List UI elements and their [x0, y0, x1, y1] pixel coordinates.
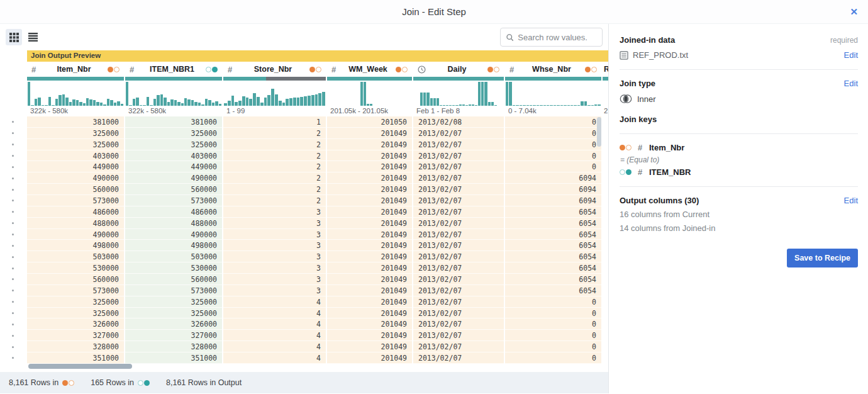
table-cell[interactable]: 6054: [505, 240, 601, 251]
table-cell[interactable]: 4: [223, 352, 326, 364]
row-marker[interactable]: [0, 274, 27, 285]
table-cell[interactable]: 2013/02/07: [413, 352, 504, 364]
row-marker[interactable]: [0, 184, 27, 195]
table-cell[interactable]: 0: [505, 139, 601, 150]
table-cell[interactable]: 325000: [125, 128, 222, 139]
table-cell[interactable]: 3: [223, 274, 326, 285]
table-cell[interactable]: 0: [505, 330, 601, 341]
table-cell[interactable]: 490000: [125, 229, 222, 240]
table-cell[interactable]: 2: [223, 172, 326, 184]
column-histogram[interactable]: [327, 81, 412, 106]
table-cell[interactable]: 201049: [327, 184, 412, 195]
table-cell[interactable]: 6094: [505, 172, 601, 184]
table-cell[interactable]: 2013/02/07: [413, 240, 504, 251]
table-cell[interactable]: 2013/02/07: [413, 184, 504, 195]
table-cell[interactable]: 201049: [327, 274, 412, 285]
table-cell[interactable]: 381000: [27, 116, 124, 128]
table-cell[interactable]: 2013/02/07: [413, 262, 504, 274]
table-cell[interactable]: 325000: [27, 139, 124, 150]
horizontal-scrollbar-thumb[interactable]: [28, 364, 132, 369]
row-marker[interactable]: [0, 341, 27, 352]
table-cell[interactable]: 201049: [327, 341, 412, 352]
table-cell[interactable]: 449000: [125, 161, 222, 172]
row-marker[interactable]: [0, 229, 27, 240]
table-cell[interactable]: 201049: [327, 308, 412, 319]
table-cell[interactable]: 201049: [327, 206, 412, 218]
search-input[interactable]: [518, 33, 596, 42]
table-cell[interactable]: 2: [223, 184, 326, 195]
column-header-Item_Nbr[interactable]: #Item_Nbr: [27, 62, 124, 77]
column-histogram[interactable]: [125, 81, 222, 106]
table-cell[interactable]: 201049: [327, 139, 412, 150]
table-cell[interactable]: 490000: [27, 172, 124, 184]
table-cell[interactable]: 3: [223, 206, 326, 218]
table-cell[interactable]: 573000: [27, 195, 124, 206]
table-cell[interactable]: 403000: [125, 150, 222, 162]
table-cell[interactable]: 6094: [505, 184, 601, 195]
row-marker[interactable]: [0, 352, 27, 364]
table-cell[interactable]: 201050: [327, 116, 412, 128]
table-cell[interactable]: 201049: [327, 251, 412, 262]
grid-view-button[interactable]: [6, 29, 22, 45]
table-cell[interactable]: 2013/02/07: [413, 206, 504, 218]
table-cell[interactable]: 325000: [27, 296, 124, 308]
table-cell[interactable]: 2013/02/07: [413, 308, 504, 319]
table-cell[interactable]: 201049: [327, 318, 412, 330]
table-cell[interactable]: 2013/02/07: [413, 195, 504, 206]
table-cell[interactable]: 498000: [27, 240, 124, 251]
table-cell[interactable]: 573000: [27, 285, 124, 296]
table-cell[interactable]: 530000: [27, 262, 124, 274]
row-marker[interactable]: [0, 308, 27, 319]
table-cell[interactable]: 530000: [125, 262, 222, 274]
table-cell[interactable]: 6054: [505, 229, 601, 240]
table-cell[interactable]: 560000: [125, 184, 222, 195]
row-marker[interactable]: [0, 195, 27, 206]
table-cell[interactable]: 2: [223, 195, 326, 206]
row-marker[interactable]: [0, 172, 27, 184]
table-cell[interactable]: 381000: [125, 116, 222, 128]
column-histogram[interactable]: [223, 81, 326, 106]
table-cell[interactable]: 2013/02/07: [413, 274, 504, 285]
table-cell[interactable]: 560000: [27, 274, 124, 285]
row-marker[interactable]: [0, 218, 27, 229]
vertical-scrollbar-thumb[interactable]: [597, 117, 601, 147]
row-marker[interactable]: [0, 296, 27, 308]
table-cell[interactable]: 2013/02/07: [413, 330, 504, 341]
table-cell[interactable]: 3: [223, 262, 326, 274]
table-cell[interactable]: 6054: [505, 218, 601, 229]
table-cell[interactable]: 2013/02/07: [413, 172, 504, 184]
table-cell[interactable]: 2013/02/07: [413, 161, 504, 172]
column-header-WM_Week[interactable]: #WM_Week: [327, 62, 412, 77]
row-marker[interactable]: [0, 150, 27, 162]
edit-join-type-link[interactable]: Edit: [844, 79, 858, 88]
row-marker[interactable]: [0, 262, 27, 274]
table-cell[interactable]: 325000: [125, 296, 222, 308]
table-cell[interactable]: 6054: [505, 262, 601, 274]
row-marker[interactable]: [0, 139, 27, 150]
table-cell[interactable]: 4: [223, 341, 326, 352]
table-cell[interactable]: 325000: [27, 128, 124, 139]
table-cell[interactable]: 486000: [27, 206, 124, 218]
table-cell[interactable]: 6054: [505, 274, 601, 285]
table-cell[interactable]: 0: [505, 318, 601, 330]
table-cell[interactable]: 403000: [27, 150, 124, 162]
table-cell[interactable]: 0: [505, 308, 601, 319]
table-cell[interactable]: 490000: [27, 229, 124, 240]
table-cell[interactable]: 201049: [327, 195, 412, 206]
column-header-Daily[interactable]: Daily: [413, 62, 504, 77]
table-cell[interactable]: 2013/02/07: [413, 318, 504, 330]
row-marker[interactable]: [0, 116, 27, 128]
table-cell[interactable]: 490000: [125, 172, 222, 184]
column-histogram[interactable]: [27, 81, 124, 106]
table-cell[interactable]: 201049: [327, 330, 412, 341]
table-cell[interactable]: 2013/02/07: [413, 341, 504, 352]
table-cell[interactable]: 3: [223, 229, 326, 240]
table-cell[interactable]: 503000: [27, 251, 124, 262]
table-cell[interactable]: 573000: [125, 195, 222, 206]
table-cell[interactable]: 3: [223, 218, 326, 229]
table-cell[interactable]: 0: [505, 128, 601, 139]
row-marker[interactable]: [0, 318, 27, 330]
table-cell[interactable]: 3: [223, 251, 326, 262]
table-cell[interactable]: 327000: [27, 330, 124, 341]
column-header-Store_Nbr[interactable]: #Store_Nbr: [223, 62, 326, 77]
